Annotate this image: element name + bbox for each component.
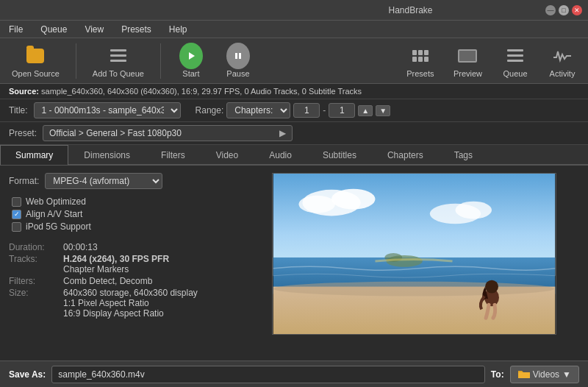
add-to-queue-label: Add To Queue: [93, 69, 144, 78]
separator-2: [160, 43, 161, 79]
tab-tags[interactable]: Tags: [439, 145, 488, 165]
range-down-button[interactable]: ▼: [376, 105, 390, 116]
range-end-input[interactable]: [329, 103, 355, 118]
filters-label: Filters:: [9, 276, 60, 286]
play-circle: [179, 43, 203, 69]
menu-view[interactable]: View: [82, 23, 107, 36]
source-label: Source:: [9, 87, 39, 96]
format-select[interactable]: MPEG-4 (avformat): [45, 173, 162, 189]
folder-browse-button[interactable]: Videos ▼: [510, 366, 579, 383]
tracks-value-1: H.264 (x264), 30 FPS PFR: [63, 254, 237, 264]
range-label: Range:: [196, 105, 224, 116]
range-type-select[interactable]: Chapters:: [226, 102, 290, 118]
svg-point-8: [455, 202, 492, 219]
svg-point-11: [273, 282, 553, 297]
main-content: Format: MPEG-4 (avformat) Web Optimized …: [0, 166, 588, 333]
ipod-item: iPod 5G Support: [12, 221, 237, 232]
size-value-group: 640x360 storage, 640x360 display 1:1 Pix…: [63, 288, 237, 319]
size-value-3: 16:9 Display Aspect Ratio: [63, 308, 237, 319]
pause-circle: [226, 43, 250, 69]
ipod-label: iPod 5G Support: [26, 221, 91, 232]
folder-open-icon: [26, 49, 44, 63]
preview-image: [272, 173, 556, 335]
menu-help[interactable]: Help: [166, 23, 190, 36]
preset-label: Preset:: [9, 128, 37, 138]
format-row: Format: MPEG-4 (avformat): [9, 173, 237, 189]
preview-label: Preview: [453, 69, 482, 78]
align-av-checkbox[interactable]: [12, 210, 21, 219]
folder-dropdown-icon: ▼: [562, 369, 571, 380]
size-value-1: 640x360 storage, 640x360 display: [63, 288, 237, 298]
preset-value: Official > General > Fast 1080p30: [49, 128, 182, 138]
web-optimized-checkbox[interactable]: [12, 197, 21, 207]
start-label: Start: [182, 69, 199, 78]
list-icon: [110, 49, 126, 63]
open-source-button[interactable]: Open Source: [6, 41, 65, 81]
window-controls: — □ ✕: [545, 5, 582, 15]
tab-audio[interactable]: Audio: [254, 145, 307, 165]
pause-label: Pause: [226, 69, 249, 78]
open-source-label: Open Source: [12, 69, 60, 78]
close-button[interactable]: ✕: [572, 5, 582, 15]
tab-filters[interactable]: Filters: [146, 145, 201, 165]
size-value-2: 1:1 Pixel Aspect Ratio: [63, 298, 237, 308]
svg-rect-16: [518, 372, 530, 378]
ipod-checkbox[interactable]: [12, 222, 21, 232]
separator-1: [76, 43, 76, 79]
filename-input[interactable]: [51, 366, 485, 383]
align-av-label: Align A/V Start: [26, 209, 82, 219]
checkbox-group: Web Optimized Align A/V Start iPod 5G Su…: [12, 196, 237, 232]
align-av-item: Align A/V Start: [12, 209, 237, 219]
right-panel: [248, 173, 579, 326]
format-label: Format:: [9, 176, 39, 186]
range-up-button[interactable]: ▲: [358, 105, 373, 116]
left-panel: Format: MPEG-4 (avformat) Web Optimized …: [9, 173, 237, 326]
filters-value: Comb Detect, Decomb: [63, 276, 237, 286]
presets-button[interactable]: Presets: [401, 41, 440, 81]
grid-icon: [412, 50, 429, 62]
tab-chapters[interactable]: Chapters: [372, 145, 439, 165]
queue-label: Queue: [503, 69, 527, 78]
start-button[interactable]: Start: [171, 41, 211, 81]
tracks-value-2: Chapter Markers: [63, 264, 237, 274]
preset-selector[interactable]: Official > General > Fast 1080p30 ▶: [43, 125, 293, 141]
title-row: Title: 1 - 00h00m13s - sample_640x360 Ra…: [0, 99, 588, 122]
tab-video[interactable]: Video: [201, 145, 254, 165]
queue-button[interactable]: Queue: [495, 41, 535, 81]
preview-rect-icon: [458, 49, 477, 63]
queue-list-icon: [507, 49, 523, 63]
tracks-value-group: H.264 (x264), 30 FPS PFR Chapter Markers: [63, 254, 237, 274]
activity-button[interactable]: Activity: [542, 41, 582, 81]
range-start-input[interactable]: [293, 103, 320, 118]
maximize-button[interactable]: □: [559, 5, 569, 15]
title-label: Title:: [9, 105, 28, 116]
svg-rect-2: [239, 53, 241, 59]
pause-icon: [226, 44, 250, 68]
range-group: Range: Chapters: - ▲ ▼: [196, 102, 391, 118]
duration-value: 00:00:13: [63, 242, 237, 252]
svg-marker-0: [189, 52, 195, 60]
tabs-bar: Summary Dimensions Filters Video Audio S…: [0, 145, 588, 166]
activity-icon: [551, 44, 574, 68]
save-as-label: Save As:: [9, 369, 46, 380]
tracks-label: Tracks:: [9, 254, 60, 274]
presets-icon: [409, 44, 432, 68]
tab-dimensions[interactable]: Dimensions: [68, 145, 146, 165]
pause-button[interactable]: Pause: [218, 41, 258, 81]
start-icon: [179, 44, 203, 68]
menu-queue[interactable]: Queue: [37, 23, 70, 36]
preview-icon: [456, 44, 479, 68]
folder-label: Videos: [533, 369, 559, 380]
size-label: Size:: [9, 288, 60, 319]
title-bar: HandBrake — □ ✕: [0, 0, 588, 21]
title-select[interactable]: 1 - 00h00m13s - sample_640x360: [34, 102, 181, 118]
preview-button[interactable]: Preview: [448, 41, 488, 81]
minimize-button[interactable]: —: [545, 5, 556, 15]
preset-row: Preset: Official > General > Fast 1080p3…: [0, 122, 588, 145]
tab-summary[interactable]: Summary: [0, 145, 68, 165]
add-to-queue-button[interactable]: Add To Queue: [87, 41, 150, 81]
toolbar: Open Source Add To Queue Start: [0, 38, 588, 84]
tab-subtitles[interactable]: Subtitles: [307, 145, 372, 165]
menu-file[interactable]: File: [6, 23, 26, 36]
menu-presets[interactable]: Presets: [118, 23, 154, 36]
